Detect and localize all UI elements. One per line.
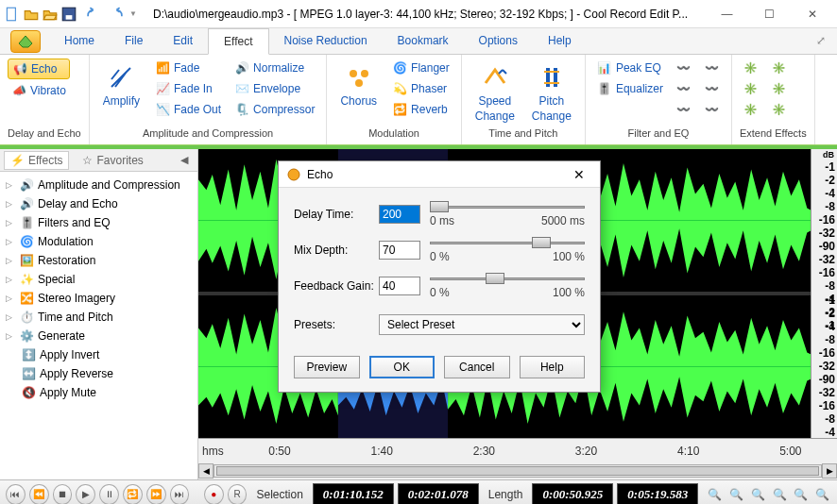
tree-item[interactable]: ↔️Apply Reverse — [4, 364, 194, 383]
play-button[interactable]: ▶ — [76, 484, 95, 505]
redo-icon[interactable] — [106, 6, 123, 23]
delay-slider[interactable] — [430, 201, 585, 212]
tab-help[interactable]: Help — [533, 28, 587, 54]
cancel-button[interactable]: Cancel — [444, 356, 510, 378]
tree-item[interactable]: ▷🖼️Restoration — [4, 251, 194, 270]
open-icon[interactable] — [23, 6, 40, 23]
goto-start-button[interactable]: ⏮ — [6, 484, 26, 505]
zoom-vert-out-icon[interactable]: 🔍 — [813, 485, 831, 504]
zoom-out-icon[interactable]: 🔍 — [727, 485, 745, 504]
filter-btn-5[interactable]: 〰️ — [701, 79, 724, 98]
preset-select[interactable]: Select Preset — [379, 314, 585, 335]
tree-item[interactable]: ▷⚙️Generate — [4, 327, 194, 345]
tab-options[interactable]: Options — [464, 28, 533, 54]
fadein-button[interactable]: 📈Fade In — [151, 79, 225, 98]
zoom-in-icon[interactable]: 🔍 — [706, 485, 724, 504]
qat-dropdown-icon[interactable]: ▼ — [125, 6, 142, 23]
filter-btn-4[interactable]: 〰️ — [701, 59, 724, 77]
filter3-icon: 〰️ — [676, 102, 692, 117]
dialog-close-icon[interactable]: ✕ — [566, 167, 592, 182]
record-mode-button[interactable]: R — [228, 484, 248, 505]
ext-btn-5[interactable]: ✳️ — [768, 79, 791, 98]
tree-item[interactable]: 🔇Apply Mute — [4, 383, 194, 402]
mix-slider[interactable] — [430, 237, 585, 248]
tab-noise-reduction[interactable]: Noise Reduction — [269, 28, 383, 54]
tree-item[interactable]: ▷🎚️Filters and EQ — [4, 213, 194, 232]
filter-btn-2[interactable]: 〰️ — [673, 79, 695, 98]
reverb-button[interactable]: 🔁Reverb — [388, 100, 453, 119]
tree-item[interactable]: ↕️Apply Invert — [4, 345, 194, 364]
filter-btn-1[interactable]: 〰️ — [673, 59, 695, 77]
undo-icon[interactable] — [87, 6, 104, 23]
help-button[interactable]: Help — [520, 356, 586, 378]
scroll-right-icon[interactable]: ▶ — [822, 463, 837, 479]
tree-item[interactable]: ▷🔊Amplitude and Compression — [4, 176, 194, 194]
open2-icon[interactable] — [42, 6, 59, 23]
flanger-button[interactable]: 🌀Flanger — [388, 59, 453, 77]
dialog-titlebar[interactable]: Echo ✕ — [279, 161, 600, 188]
feedback-input[interactable] — [379, 277, 420, 295]
ext-btn-4[interactable]: ✳️ — [768, 59, 791, 77]
ext-btn-6[interactable]: ✳️ — [768, 100, 791, 119]
peakeq-button[interactable]: 📊Peak EQ — [593, 59, 667, 77]
delay-input[interactable] — [379, 205, 420, 224]
normalize-button[interactable]: 🔊Normalize — [231, 59, 318, 77]
compressor-button[interactable]: 🗜️Compressor — [231, 100, 318, 119]
timeline[interactable]: hms 0:50 1:40 2:30 3:20 4:10 5:00 — [198, 438, 837, 462]
zoom-vert-in-icon[interactable]: 🔍 — [792, 485, 810, 504]
horizontal-scrollbar[interactable]: ◀ ▶ — [198, 462, 837, 479]
tab-bookmark[interactable]: Bookmark — [383, 28, 464, 54]
pause-button[interactable]: ⏸ — [99, 484, 119, 505]
speed-change-button[interactable]: Speed Change — [470, 59, 521, 125]
filter-btn-6[interactable]: 〰️ — [701, 100, 724, 119]
ext-btn-3[interactable]: ✳️ — [740, 100, 762, 119]
chorus-button[interactable]: Chorus — [334, 59, 383, 109]
preview-button[interactable]: Preview — [294, 356, 360, 378]
close-button[interactable]: ✕ — [791, 1, 833, 27]
new-icon[interactable] — [4, 6, 21, 23]
tab-file[interactable]: File — [110, 28, 158, 54]
loop-button[interactable]: 🔁 — [123, 484, 143, 505]
echo-button[interactable]: 📢Echo — [8, 59, 70, 79]
ribbon-collapse-icon[interactable]: ⤢ — [805, 28, 837, 54]
filter-btn-3[interactable]: 〰️ — [673, 100, 695, 119]
equalizer-button[interactable]: 🎚️Equalizer — [593, 79, 667, 98]
tree-item[interactable]: ▷🌀Modulation — [4, 232, 194, 251]
zoom-sel-icon[interactable]: 🔍 — [749, 485, 767, 504]
amplify-button[interactable]: Amplify — [97, 59, 145, 109]
save-icon[interactable] — [60, 6, 77, 23]
goto-end-button[interactable]: ⏭ — [170, 484, 190, 505]
phaser-button[interactable]: 💫Phaser — [388, 79, 453, 98]
ok-button[interactable]: OK — [369, 356, 436, 378]
fadeout-button[interactable]: 📉Fade Out — [151, 100, 225, 119]
rewind-button[interactable]: ⏪ — [29, 484, 49, 505]
tree-item[interactable]: ▷⏱️Time and Pitch — [4, 308, 194, 327]
maximize-button[interactable]: ☐ — [748, 1, 791, 27]
ext-btn-1[interactable]: ✳️ — [740, 59, 762, 77]
tab-effect[interactable]: Effect — [208, 28, 268, 55]
vibrato-button[interactable]: 📣Vibrato — [8, 81, 70, 100]
fastfwd-button[interactable]: ⏩ — [146, 484, 166, 505]
tab-edit[interactable]: Edit — [158, 28, 208, 54]
tree-item[interactable]: ▷🔀Stereo Imagery — [4, 289, 194, 308]
stop-button[interactable]: ⏹ — [53, 484, 73, 505]
tree-item[interactable]: ▷🔊Delay and Echo — [4, 194, 194, 213]
pitch-change-button[interactable]: Pitch Change — [526, 59, 577, 125]
feedback-slider[interactable] — [430, 273, 585, 284]
sidebar-collapse-icon[interactable]: ◀ — [175, 152, 194, 168]
ext-btn-2[interactable]: ✳️ — [740, 79, 762, 98]
scroll-thumb[interactable] — [216, 466, 819, 476]
sidebar-tab-effects[interactable]: ⚡Effects — [4, 151, 69, 170]
mix-input[interactable] — [379, 241, 420, 260]
sidebar-tab-favorites[interactable]: ☆Favorites — [77, 152, 148, 169]
record-button[interactable]: ● — [204, 484, 224, 505]
envelope-button[interactable]: ✉️Envelope — [231, 79, 318, 98]
tab-home[interactable]: Home — [49, 28, 110, 54]
zoom-fit-icon[interactable]: 🔍 — [771, 485, 789, 504]
app-orb[interactable] — [2, 28, 49, 54]
fade-button[interactable]: 📶Fade — [151, 59, 225, 77]
minimize-button[interactable]: — — [706, 1, 748, 27]
tree-item[interactable]: ▷✨Special — [4, 270, 194, 289]
scroll-left-icon[interactable]: ◀ — [198, 463, 214, 479]
scroll-track[interactable] — [214, 464, 822, 478]
